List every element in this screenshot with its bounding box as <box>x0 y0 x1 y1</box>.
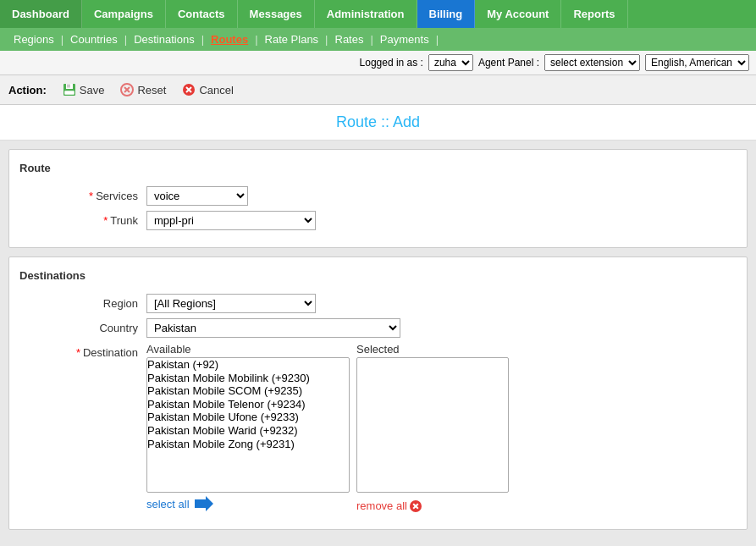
agent-panel-select[interactable]: select extension <box>544 54 640 71</box>
svg-marker-6 <box>195 496 213 511</box>
page-title: Route :: Add <box>0 105 756 141</box>
transfer-arrow[interactable] <box>195 496 213 511</box>
selected-label: Selected <box>356 343 509 356</box>
reset-icon <box>119 82 135 97</box>
nav-campaigns[interactable]: Campaigns <box>82 0 166 28</box>
nav-my-account[interactable]: My Account <box>475 0 561 28</box>
nav-reports[interactable]: Reports <box>561 0 627 28</box>
selected-listbox[interactable] <box>356 357 509 493</box>
login-bar: Logged in as : zuha Agent Panel : select… <box>0 51 756 75</box>
remove-all-icon <box>410 500 422 512</box>
available-listbox[interactable]: Pakistan (+92)Pakistan Mobile Mobilink (… <box>146 357 350 493</box>
action-bar: Action: Save Reset Cancel <box>0 75 756 105</box>
nav-administration[interactable]: Administration <box>315 0 417 28</box>
selected-column: Selected remove all <box>356 343 509 512</box>
user-select[interactable]: zuha <box>428 54 473 71</box>
destinations-section: Destinations Region [All Regions]AsiaEur… <box>8 256 748 530</box>
language-select[interactable]: English, American <box>645 54 749 71</box>
select-all-row: select all <box>146 496 350 511</box>
services-row: *Services voicedatasms <box>9 186 747 206</box>
reset-button[interactable]: Reset <box>116 80 169 99</box>
region-label: Region <box>19 294 138 310</box>
remove-all-row: remove all <box>356 496 509 512</box>
subnav-rate-plans[interactable]: Rate Plans <box>260 33 324 46</box>
nav-dashboard[interactable]: Dashboard <box>0 0 82 28</box>
save-icon <box>62 82 77 97</box>
route-section: Route *Services voicedatasms *Trunk mppl… <box>8 149 748 248</box>
agent-panel-label: Agent Panel : <box>478 57 539 69</box>
destinations-section-title: Destinations <box>9 266 747 289</box>
trunk-select[interactable]: mppl-pritrunk2trunk3 <box>146 211 316 230</box>
subnav-payments[interactable]: Payments <box>375 33 434 46</box>
nav-billing[interactable]: Billing <box>417 0 476 28</box>
available-label: Available <box>146 343 350 356</box>
destination-label: *Destination <box>19 343 138 359</box>
destination-row: *Destination Available Pakistan (+92)Pak… <box>9 343 747 512</box>
services-select[interactable]: voicedatasms <box>146 186 248 206</box>
cancel-button[interactable]: Cancel <box>178 80 236 99</box>
region-row: Region [All Regions]AsiaEuropeAmericas <box>9 294 747 313</box>
arrow-right-icon <box>195 496 213 511</box>
remove-all-button[interactable]: remove all <box>356 499 422 512</box>
subnav-destinations[interactable]: Destinations <box>129 33 200 46</box>
nav-contacts[interactable]: Contacts <box>166 0 238 28</box>
svg-rect-3 <box>64 91 74 95</box>
top-nav: Dashboard Campaigns Contacts Messages Ad… <box>0 0 756 28</box>
cancel-icon <box>181 82 196 97</box>
services-label: *Services <box>19 190 138 202</box>
subnav-rates[interactable]: Rates <box>330 33 369 46</box>
subnav-routes[interactable]: Routes <box>206 33 253 46</box>
select-all-link[interactable]: select all <box>146 498 190 510</box>
country-row: Country PakistanIndiaUSAUK <box>9 318 747 338</box>
action-label: Action: <box>8 84 47 97</box>
subnav-countries[interactable]: Countries <box>65 33 123 46</box>
trunk-label: *Trunk <box>19 214 138 227</box>
route-section-title: Route <box>9 158 747 181</box>
region-select[interactable]: [All Regions]AsiaEuropeAmericas <box>146 294 316 313</box>
subnav-regions[interactable]: Regions <box>8 33 59 46</box>
country-select[interactable]: PakistanIndiaUSAUK <box>146 318 400 338</box>
country-label: Country <box>19 318 138 334</box>
save-button[interactable]: Save <box>58 80 108 99</box>
available-column: Available Pakistan (+92)Pakistan Mobile … <box>146 343 350 511</box>
nav-messages[interactable]: Messages <box>238 0 315 28</box>
avail-selected-wrapper: Available Pakistan (+92)Pakistan Mobile … <box>146 343 509 512</box>
logged-in-label: Logged in as : <box>360 57 423 69</box>
svg-rect-2 <box>67 85 70 88</box>
sub-nav: Regions | Countries | Destinations | Rou… <box>0 28 756 51</box>
trunk-row: *Trunk mppl-pritrunk2trunk3 <box>9 211 747 230</box>
